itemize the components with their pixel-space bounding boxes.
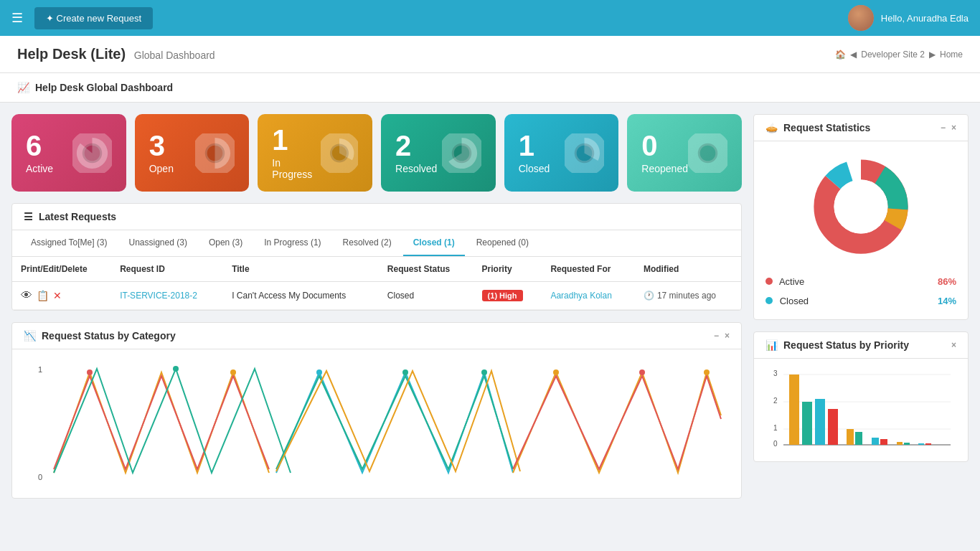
priority-card-title: Request Status by Priority (783, 339, 909, 351)
request-tabs: Assigned To[Me] (3)Unassigned (3)Open (3… (12, 230, 741, 257)
svg-point-11 (698, 143, 718, 163)
stat-cards: 6 Active 3 Open 1 In Progress (11, 114, 742, 192)
stat-label-resolved: Resolved (395, 163, 437, 174)
legend-active-label: Active (765, 276, 804, 287)
hamburger-icon[interactable]: ☰ (11, 10, 23, 26)
minimize-icon[interactable]: − (714, 331, 719, 341)
close-icon[interactable]: × (725, 331, 730, 341)
svg-rect-36 (789, 375, 799, 445)
svg-point-27 (834, 180, 888, 234)
stat-card-closed[interactable]: 1 Closed (504, 114, 619, 192)
priority-close-icon[interactable]: × (951, 340, 956, 350)
latest-requests-title-area: ☰ Latest Requests (24, 211, 116, 222)
stat-number-open: 3 (149, 131, 174, 160)
svg-point-22 (704, 369, 710, 375)
tab-4[interactable]: Resolved (2) (333, 230, 402, 256)
svg-point-14 (87, 369, 93, 375)
mini-pie-resolved (442, 133, 481, 173)
tab-2[interactable]: Open (3) (199, 230, 253, 256)
stat-card-reopened[interactable]: 0 Reopened (627, 114, 742, 192)
svg-point-9 (575, 143, 595, 163)
tab-3[interactable]: In Progress (1) (254, 230, 331, 256)
stat-label-active: Active (26, 163, 53, 174)
mini-pie-active (72, 133, 112, 173)
statistics-minimize-icon[interactable]: − (941, 123, 946, 133)
requested-for-link[interactable]: Aaradhya Kolan (550, 291, 611, 301)
svg-point-16 (230, 369, 236, 375)
chart-icon: 📈 (17, 82, 29, 93)
stat-label-open: Open (149, 163, 174, 174)
svg-point-1 (82, 143, 102, 163)
tab-6[interactable]: Reopened (0) (466, 230, 539, 256)
svg-rect-40 (847, 429, 854, 445)
nav-right: Hello, Anuradha Edla (848, 5, 969, 31)
breadcrumb-site[interactable]: Developer Site 2 (861, 50, 925, 60)
mini-pie-reopened (688, 133, 727, 173)
svg-text:2: 2 (773, 397, 778, 405)
stat-card-active[interactable]: 6 Active (11, 114, 126, 192)
svg-text:1: 1 (38, 365, 42, 374)
nav-left: ☰ ✦ Create new Request (11, 7, 153, 29)
bar-chart-icon: 📊 (765, 339, 778, 351)
user-greeting: Hello, Anuradha Edla (881, 13, 969, 24)
request-id-link[interactable]: IT-SERVICE-2018-2 (120, 291, 197, 301)
dashboard-title-section: 📈 Help Desk Global Dashboard (0, 73, 980, 103)
closed-dot (765, 297, 773, 304)
stat-card-open[interactable]: 3 Open (135, 114, 250, 192)
svg-point-19 (481, 369, 487, 375)
stat-card-inprogress[interactable]: 1 In Progress (258, 114, 372, 192)
stat-content-reopened: 0 Reopened (641, 131, 688, 174)
mini-pie-closed (565, 133, 604, 173)
request-statistics-card: 🥧 Request Statistics − × (753, 114, 969, 320)
breadcrumb-current: Home (940, 50, 963, 60)
svg-point-18 (402, 369, 408, 375)
svg-point-5 (330, 143, 349, 162)
legend-closed: Closed 14% (754, 291, 968, 311)
legend-active-pct: 86% (938, 276, 956, 287)
view-icon[interactable]: 👁 (21, 289, 32, 302)
mini-pie-open (195, 133, 235, 173)
statistics-title-area: 🥧 Request Statistics (765, 122, 870, 133)
edit-icon[interactable]: 📋 (37, 290, 49, 301)
requests-table: Print/Edit/DeleteRequest IDTitleRequest … (12, 257, 741, 310)
stat-card-resolved[interactable]: 2 Resolved (381, 114, 496, 192)
list-icon: ☰ (24, 211, 33, 222)
page-title-area: Help Desk (Lite) Global Dashboard (17, 46, 215, 62)
svg-rect-45 (904, 443, 910, 445)
delete-icon[interactable]: ✕ (53, 290, 62, 301)
priority-card-controls: × (951, 340, 956, 350)
tab-0[interactable]: Assigned To[Me] (3) (21, 230, 118, 256)
svg-rect-44 (897, 442, 903, 445)
table-header-5: Requested For (542, 257, 635, 282)
tab-1[interactable]: Unassigned (3) (119, 230, 197, 256)
donut-chart-svg (807, 153, 915, 260)
svg-rect-43 (880, 439, 887, 445)
pie-chart-icon: 🥧 (765, 122, 778, 133)
action-icons: 👁 📋 ✕ (21, 289, 103, 302)
svg-rect-37 (802, 402, 812, 445)
svg-rect-41 (855, 432, 862, 445)
latest-requests-card: ☰ Latest Requests Assigned To[Me] (3)Una… (11, 203, 742, 311)
create-request-button[interactable]: ✦ Create new Request (34, 7, 153, 29)
tabs-wrapper: Assigned To[Me] (3)Unassigned (3)Open (3… (12, 230, 741, 257)
page-header: Help Desk (Lite) Global Dashboard 🏠 ◀ De… (0, 36, 980, 73)
main-content: 6 Active 3 Open 1 In Progress (11, 114, 742, 499)
statistics-close-icon[interactable]: × (951, 123, 956, 133)
tab-5[interactable]: Closed (1) (403, 230, 465, 256)
svg-point-17 (316, 369, 322, 375)
statistics-card-header: 🥧 Request Statistics − × (754, 115, 968, 141)
line-chart-svg: 1 0 (24, 358, 730, 487)
request-status-category-card: 📉 Request Status by Category − × 1 0 (11, 322, 742, 499)
table-header-0: Print/Edit/Delete (12, 257, 111, 282)
page-title: Help Desk (Lite) (17, 46, 126, 62)
requested-for-cell: Aaradhya Kolan (542, 282, 635, 310)
top-navigation: ☰ ✦ Create new Request Hello, Anuradha E… (0, 0, 980, 36)
dashboard-section-title: Help Desk Global Dashboard (35, 82, 173, 93)
breadcrumb-separator2: ▶ (929, 50, 936, 60)
breadcrumb-separator1: ◀ (850, 50, 857, 60)
status-cell: Closed (379, 282, 473, 310)
priority-title-area: 📊 Request Status by Priority (765, 339, 909, 351)
sidebar: 🥧 Request Statistics − × (753, 114, 969, 499)
stat-label-inprogress: In Progress (272, 157, 321, 180)
home-icon[interactable]: 🏠 (835, 50, 846, 60)
